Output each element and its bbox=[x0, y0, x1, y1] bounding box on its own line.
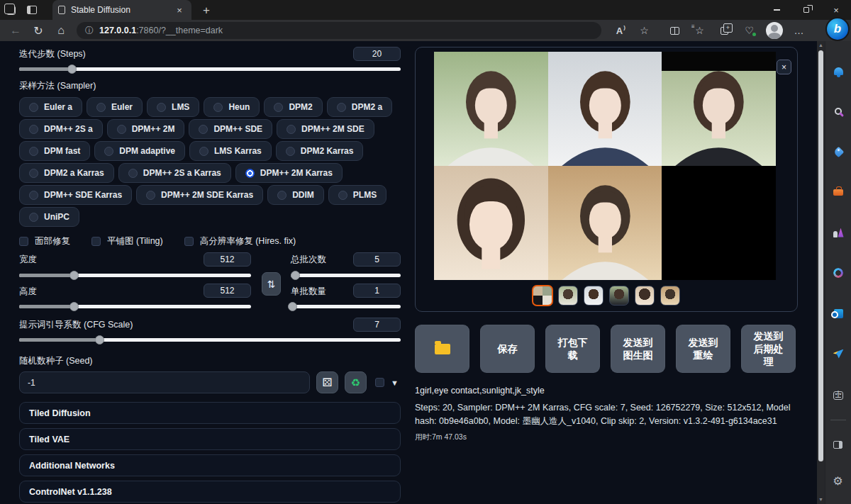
cfg-value-input[interactable] bbox=[353, 318, 401, 332]
open-images-folder-button[interactable] bbox=[415, 325, 469, 373]
sampler-euler-a[interactable]: Euler a bbox=[19, 97, 82, 117]
tag-icon[interactable] bbox=[825, 138, 851, 166]
scroll-down-icon[interactable]: ▼ bbox=[817, 495, 825, 504]
window-minimize-button[interactable] bbox=[762, 0, 791, 20]
home-icon[interactable]: ⌂ bbox=[50, 21, 72, 40]
sampler-dpm2-karras[interactable]: DPM2 Karras bbox=[276, 141, 364, 161]
sampler-lms-karras[interactable]: LMS Karras bbox=[189, 141, 272, 161]
accordion-additional-networks[interactable]: Additional Networks bbox=[19, 454, 401, 476]
height-value-input[interactable] bbox=[204, 284, 251, 298]
page-scrollbar[interactable]: ▲ ▼ bbox=[817, 41, 825, 504]
sampler-unipc[interactable]: UniPC bbox=[19, 207, 79, 227]
output-image-5[interactable] bbox=[548, 166, 662, 280]
sampler-dpm-fast[interactable]: DPM fast bbox=[19, 141, 90, 161]
checkbox-icon[interactable] bbox=[91, 237, 101, 246]
thumbnail-grid[interactable] bbox=[532, 285, 553, 306]
tab-close-icon[interactable]: × bbox=[173, 4, 186, 16]
accordion-tiled-vae[interactable]: Tiled VAE bbox=[19, 428, 401, 450]
more-menu-icon[interactable]: … bbox=[786, 21, 811, 40]
address-bar[interactable]: ⓘ 127.0.0.1:7860/?__theme=dark bbox=[77, 22, 601, 39]
batch-size-input[interactable] bbox=[353, 284, 401, 298]
tiling-checkbox[interactable]: 平铺图 (Tiling) bbox=[91, 235, 163, 247]
cfg-slider[interactable] bbox=[19, 335, 401, 345]
seed-input[interactable]: -1 bbox=[19, 371, 310, 393]
thumbnail-3[interactable] bbox=[609, 286, 629, 306]
read-aloud-icon[interactable]: A bbox=[607, 21, 632, 40]
window-restore-button[interactable] bbox=[791, 0, 821, 20]
batch-size-slider[interactable] bbox=[291, 302, 401, 311]
output-image-2[interactable] bbox=[548, 52, 662, 166]
gallery-close-button[interactable]: × bbox=[777, 60, 791, 74]
sampler-lms[interactable]: LMS bbox=[147, 97, 199, 117]
outlook-icon[interactable] bbox=[825, 299, 851, 327]
new-tab-button[interactable]: + bbox=[200, 4, 213, 16]
thumbnail-4[interactable] bbox=[635, 286, 655, 306]
collections-icon[interactable] bbox=[712, 21, 737, 40]
steps-slider-handle[interactable] bbox=[67, 65, 77, 74]
sampler-dpm2[interactable]: DPM2 bbox=[264, 97, 322, 117]
output-image-3[interactable] bbox=[662, 52, 776, 166]
sampler-dpmpp-sde-karras[interactable]: DPM++ SDE Karras bbox=[19, 185, 132, 205]
sampler-euler[interactable]: Euler bbox=[87, 97, 143, 117]
checkbox-icon[interactable] bbox=[19, 237, 28, 246]
batch-count-slider[interactable] bbox=[291, 271, 401, 280]
bing-copilot-button[interactable]: b bbox=[825, 17, 850, 41]
sampler-heun[interactable]: Heun bbox=[204, 97, 260, 117]
sampler-ddim[interactable]: DDIM bbox=[267, 185, 324, 205]
width-slider[interactable] bbox=[19, 271, 251, 280]
swap-dimensions-button[interactable]: ⇅ bbox=[262, 272, 281, 296]
sampler-dpmpp-2m-karras[interactable]: DPM++ 2M Karras bbox=[235, 163, 343, 183]
output-image-4[interactable] bbox=[434, 166, 548, 280]
thumbnail-2[interactable] bbox=[584, 286, 604, 306]
seed-dropdown-arrow-icon[interactable]: ▼ bbox=[391, 379, 399, 387]
random-seed-dice-button[interactable]: ⚄ bbox=[316, 371, 338, 393]
browser-tab[interactable]: Stable Diffusion × bbox=[52, 0, 191, 20]
sampler-dpmpp-2s-a-karras[interactable]: DPM++ 2S a Karras bbox=[118, 163, 231, 183]
scrollbar-thumb[interactable] bbox=[818, 50, 823, 461]
hires-fix-checkbox[interactable]: 高分辨率修复 (Hires. fix) bbox=[184, 235, 296, 247]
bell-icon[interactable] bbox=[825, 57, 851, 85]
send-to-img2img-button[interactable]: 发送到图生图 bbox=[611, 325, 665, 373]
thumbnail-1[interactable] bbox=[558, 286, 578, 306]
save-button[interactable]: 保存 bbox=[480, 325, 535, 373]
height-slider[interactable] bbox=[19, 302, 251, 311]
sidebar-panel-icon[interactable] bbox=[825, 430, 851, 459]
loop-icon[interactable] bbox=[825, 259, 851, 287]
width-value-input[interactable] bbox=[204, 252, 251, 267]
vertical-tabs-icon[interactable] bbox=[21, 0, 43, 20]
accordion-tiled-diffusion[interactable]: Tiled Diffusion bbox=[19, 402, 401, 424]
sampler-dpmpp-2m-sde[interactable]: DPM++ 2M SDE bbox=[277, 119, 374, 139]
send-to-inpaint-button[interactable]: 发送到重绘 bbox=[676, 325, 730, 373]
sampler-dpmpp-sde[interactable]: DPM++ SDE bbox=[189, 119, 272, 139]
scroll-up-icon[interactable]: ▲ bbox=[817, 41, 825, 50]
sampler-dpm-adaptive[interactable]: DPM adaptive bbox=[94, 141, 185, 161]
favorite-star-icon[interactable]: ☆ bbox=[632, 21, 657, 40]
split-screen-icon[interactable] bbox=[662, 21, 687, 40]
send-to-extras-button[interactable]: 发送到后期处理 bbox=[741, 325, 796, 373]
sampler-dpmpp-2m[interactable]: DPM++ 2M bbox=[107, 119, 185, 139]
browser-essentials-heart-icon[interactable]: ♡ bbox=[737, 21, 762, 40]
toolbox-icon[interactable] bbox=[825, 178, 851, 206]
extra-seed-checkbox[interactable] bbox=[375, 378, 384, 387]
drop-icon[interactable] bbox=[825, 340, 851, 368]
refresh-icon[interactable]: ↻ bbox=[27, 21, 50, 40]
back-icon[interactable]: ← bbox=[4, 21, 27, 40]
workspaces-icon[interactable] bbox=[0, 0, 21, 20]
sampler-dpmpp-2m-sde-karras[interactable]: DPM++ 2M SDE Karras bbox=[136, 185, 263, 205]
checkbox-icon[interactable] bbox=[184, 237, 194, 246]
thumbnail-5[interactable] bbox=[660, 286, 680, 306]
profile-avatar[interactable] bbox=[762, 21, 786, 40]
games-icon[interactable] bbox=[825, 218, 851, 247]
site-info-icon[interactable]: ⓘ bbox=[85, 25, 94, 37]
output-image-1[interactable] bbox=[434, 52, 548, 166]
search-icon[interactable] bbox=[825, 97, 851, 125]
batch-count-input[interactable] bbox=[353, 252, 401, 267]
steps-slider[interactable] bbox=[19, 65, 401, 74]
sampler-dpm2-a-karras[interactable]: DPM2 a Karras bbox=[19, 163, 114, 183]
zip-download-button[interactable]: 打包下载 bbox=[545, 325, 600, 373]
sampler-plms[interactable]: PLMS bbox=[328, 185, 386, 205]
steps-value-input[interactable] bbox=[353, 47, 401, 61]
face-restore-checkbox[interactable]: 面部修复 bbox=[19, 235, 70, 247]
output-image-empty[interactable] bbox=[662, 166, 776, 280]
reuse-seed-recycle-button[interactable]: ♻ bbox=[345, 371, 367, 393]
